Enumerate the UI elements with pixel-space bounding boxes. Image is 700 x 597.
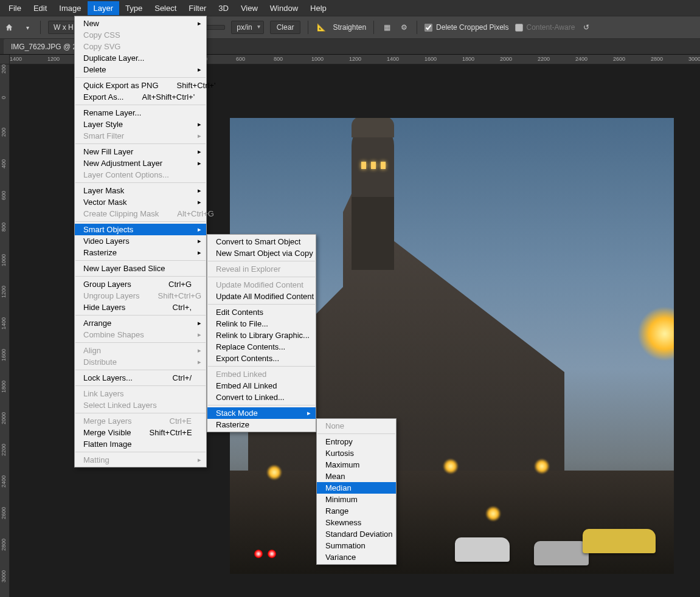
clear-button[interactable]: Clear — [270, 21, 301, 34]
smart-objects-replace-contents[interactable]: Replace Contents... — [207, 341, 316, 353]
smart-objects-embed-all-linked[interactable]: Embed All Linked — [207, 380, 316, 392]
layer-menu-rasterize[interactable]: Rasterize — [75, 247, 206, 258]
menu-item-label: Ungroup Layers — [83, 291, 140, 300]
layer-menu-copy-svg: Copy SVG — [75, 41, 206, 52]
menu-item-shortcut: Alt+Shift+Ctrl+' — [123, 92, 195, 102]
menu-item-label: Flatten Image — [83, 440, 132, 449]
layer-menu[interactable]: NewCopy CSSCopy SVGDuplicate Layer...Del… — [74, 16, 207, 468]
layer-menu-new-fill-layer[interactable]: New Fill Layer — [75, 146, 206, 157]
layer-menu-distribute: Distribute — [75, 356, 206, 368]
menubar-item-filter[interactable]: Filter — [182, 1, 212, 15]
smart-objects-convert-to-linked[interactable]: Convert to Linked... — [207, 392, 316, 403]
home-icon[interactable] — [5, 22, 16, 33]
layer-menu-new[interactable]: New — [75, 18, 206, 29]
layer-menu-vector-mask[interactable]: Vector Mask — [75, 196, 206, 208]
overlay-grid-icon[interactable]: ▦ — [381, 22, 392, 33]
straighten-icon[interactable]: 📐 — [316, 22, 327, 33]
ruler-tick: 3000 — [688, 56, 700, 62]
smart-objects-relink-to-file[interactable]: Relink to File... — [207, 318, 316, 330]
menu-item-label: Delete — [83, 65, 106, 74]
stack-mode-kurtosis[interactable]: Kurtosis — [317, 447, 396, 459]
layer-menu-hide-layers[interactable]: Hide LayersCtrl+, — [75, 302, 206, 313]
stack-mode-range[interactable]: Range — [317, 505, 396, 517]
stack-mode-summation[interactable]: Summation — [317, 540, 396, 551]
stack-mode-standard-deviation[interactable]: Standard Deviation — [317, 528, 396, 540]
layer-menu-matting: Matting — [75, 454, 206, 466]
gear-icon[interactable]: ⚙ — [398, 22, 409, 33]
smart-objects-stack-mode[interactable]: Stack Mode — [207, 407, 316, 419]
layer-menu-merge-visible[interactable]: Merge VisibleShift+Ctrl+E — [75, 427, 206, 438]
menubar-item-select[interactable]: Select — [148, 1, 182, 15]
smart-objects-relink-to-library-graphic[interactable]: Relink to Library Graphic... — [207, 330, 316, 341]
menubar-item-image[interactable]: Image — [53, 1, 87, 15]
stack-mode-skewness[interactable]: Skewness — [317, 517, 396, 528]
ruler-tick: 2800 — [651, 56, 663, 62]
smart-objects-export-contents[interactable]: Export Contents... — [207, 353, 316, 364]
menu-item-label: Arrange — [83, 319, 111, 328]
ruler-origin[interactable] — [0, 55, 10, 64]
content-aware-checkbox[interactable]: Content-Aware — [515, 23, 575, 32]
menubar-item-help[interactable]: Help — [304, 1, 333, 15]
menubar-item-file[interactable]: File — [2, 1, 27, 15]
layer-menu-delete[interactable]: Delete — [75, 64, 206, 75]
ruler-tick: 200 — [1, 64, 7, 74]
chevron-down-icon[interactable]: ▾ — [22, 22, 33, 33]
menubar-item-edit[interactable]: Edit — [27, 1, 53, 15]
smart-objects-update-modified-content: Update Modified Content — [207, 279, 316, 291]
layer-menu-duplicate-layer[interactable]: Duplicate Layer... — [75, 52, 206, 64]
layer-menu-arrange[interactable]: Arrange — [75, 317, 206, 329]
layer-menu-new-adjustment-layer[interactable]: New Adjustment Layer — [75, 157, 206, 169]
menubar-item-layer[interactable]: Layer — [88, 1, 120, 15]
smart-objects-new-smart-object-via-copy[interactable]: New Smart Object via Copy — [207, 247, 316, 259]
menubar-item-window[interactable]: Window — [264, 1, 304, 15]
layer-menu-layer-mask[interactable]: Layer Mask — [75, 185, 206, 196]
layer-menu-export-as[interactable]: Export As...Alt+Shift+Ctrl+' — [75, 91, 206, 103]
menu-item-label: Maximum — [325, 460, 359, 469]
menubar-item-view[interactable]: View — [235, 1, 264, 15]
stack-mode-median[interactable]: Median — [317, 482, 396, 494]
content-aware-input — [515, 24, 523, 32]
layer-menu-layer-style[interactable]: Layer Style — [75, 119, 206, 130]
image-window-light — [381, 162, 386, 169]
ruler-tick: 3000 — [1, 570, 7, 582]
crop-unit-dropdown[interactable]: px/in — [231, 21, 263, 34]
stack-mode-minimum[interactable]: Minimum — [317, 494, 396, 505]
layer-menu-flatten-image[interactable]: Flatten Image — [75, 438, 206, 450]
menubar-item-type[interactable]: Type — [119, 1, 148, 15]
smart-objects-submenu[interactable]: Convert to Smart ObjectNew Smart Object … — [207, 234, 316, 432]
menu-item-label: Layer Mask — [83, 186, 124, 195]
smart-objects-rasterize[interactable]: Rasterize — [207, 419, 316, 430]
layer-menu-link-layers: Link Layers — [75, 388, 206, 399]
menu-item-label: Mean — [325, 472, 345, 481]
layer-menu-smart-objects[interactable]: Smart Objects — [75, 224, 206, 235]
ruler-tick: 400 — [1, 159, 7, 168]
menu-item-label: Update Modified Content — [216, 280, 303, 289]
layer-menu-rename-layer[interactable]: Rename Layer... — [75, 107, 206, 119]
reset-icon[interactable]: ↺ — [581, 22, 592, 33]
menu-item-label: Copy CSS — [83, 30, 120, 40]
stack-mode-mean[interactable]: Mean — [317, 471, 396, 482]
stack-mode-entropy[interactable]: Entropy — [317, 436, 396, 447]
stack-mode-submenu[interactable]: NoneEntropyKurtosisMaximumMeanMedianMini… — [316, 418, 397, 565]
menu-item-label: Smart Objects — [83, 225, 133, 234]
delete-cropped-input[interactable] — [425, 24, 432, 32]
menu-item-label: Quick Export as PNG — [83, 81, 159, 90]
ruler-vertical[interactable]: 2000200400600800100012001400160018002000… — [0, 64, 10, 597]
smart-objects-edit-contents[interactable]: Edit Contents — [207, 306, 316, 318]
menu-item-label: Relink to Library Graphic... — [216, 331, 310, 340]
smart-objects-update-all-modified-content[interactable]: Update All Modified Content — [207, 291, 316, 302]
stack-mode-maximum[interactable]: Maximum — [317, 459, 396, 471]
layer-menu-new-layer-based-slice[interactable]: New Layer Based Slice — [75, 263, 206, 274]
image-car — [455, 537, 510, 562]
delete-cropped-checkbox[interactable]: Delete Cropped Pixels — [425, 23, 508, 32]
stack-mode-variance[interactable]: Variance — [317, 551, 396, 563]
menu-item-label: Median — [325, 483, 352, 492]
layer-menu-video-layers[interactable]: Video Layers — [75, 235, 206, 247]
layer-menu-quick-export-as-png[interactable]: Quick Export as PNGShift+Ctrl+' — [75, 80, 206, 91]
menu-item-label: Skewness — [325, 518, 361, 527]
layer-menu-group-layers[interactable]: Group LayersCtrl+G — [75, 278, 206, 290]
straighten-label[interactable]: Straighten — [333, 23, 366, 32]
smart-objects-convert-to-smart-object[interactable]: Convert to Smart Object — [207, 236, 316, 247]
menubar-item-3d[interactable]: 3D — [212, 1, 235, 15]
layer-menu-lock-layers[interactable]: Lock Layers...Ctrl+/ — [75, 372, 206, 384]
